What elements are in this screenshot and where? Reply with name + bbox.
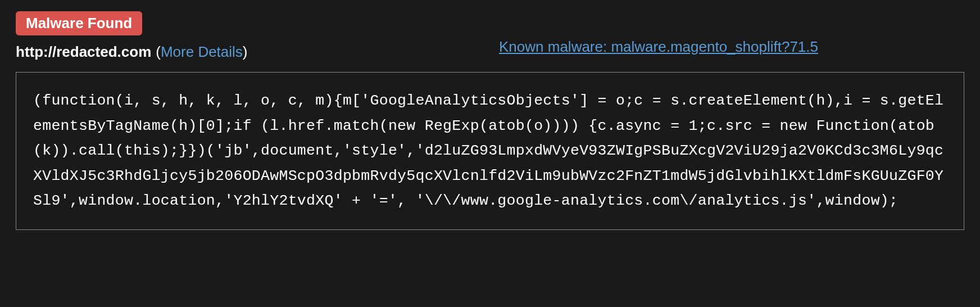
url-paren-group: (More Details) <box>156 43 247 61</box>
url-line: http://redacted.com (More Details) <box>16 43 248 61</box>
open-paren: ( <box>156 43 161 60</box>
malware-code-block: (function(i, s, h, k, l, o, c, m){m['Goo… <box>16 72 964 230</box>
scanned-url: http://redacted.com <box>16 43 151 61</box>
more-details-link[interactable]: More Details <box>161 43 243 60</box>
malware-badge: Malware Found <box>16 11 142 35</box>
known-malware-link-container: Known malware: malware.magento_shoplift?… <box>499 38 818 56</box>
known-malware-link[interactable]: Known malware: malware.magento_shoplift?… <box>499 38 818 55</box>
close-paren: ) <box>243 43 248 60</box>
